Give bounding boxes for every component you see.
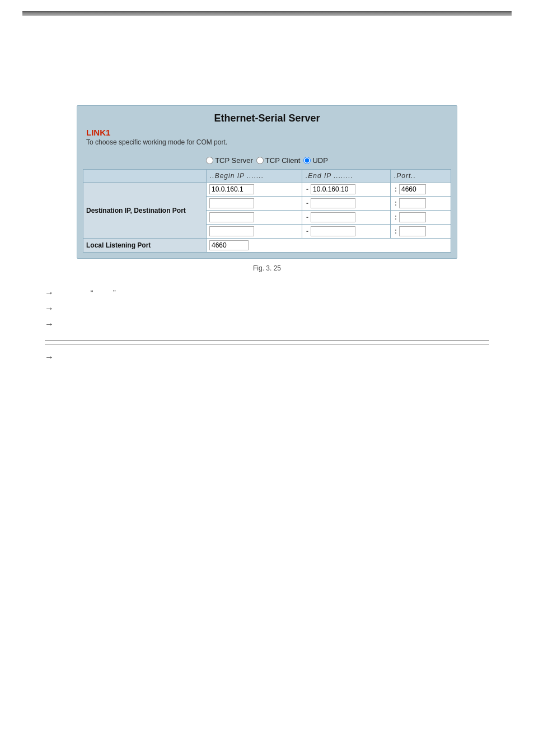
arrow-text-3 (58, 319, 60, 329)
local-port-row: Local Listening Port (83, 239, 451, 253)
end-ip-cell-2: - (302, 197, 390, 211)
port-input-1[interactable] (399, 184, 426, 194)
radio-tcp-server[interactable] (206, 157, 213, 164)
top-bar (22, 11, 512, 16)
port-separator-1: : (394, 185, 398, 193)
begin-ip-cell-2 (207, 197, 302, 211)
arrow-icon-1: → (45, 288, 54, 298)
separator-1: - (305, 185, 310, 193)
port-separator-2: : (394, 199, 398, 207)
port-input-4[interactable] (399, 226, 426, 236)
port-input-3[interactable] (399, 212, 426, 222)
config-table: ..Begin IP ....... .End IP ........ .Por… (83, 169, 451, 253)
begin-ip-cell-4 (207, 225, 302, 239)
radio-tcp-client-label[interactable]: TCP Client (256, 156, 301, 165)
end-ip-input-1[interactable] (311, 184, 355, 194)
card-title: Ethernet-Serial Server (77, 106, 457, 128)
radio-udp[interactable] (303, 157, 311, 164)
radio-tcp-server-text: TCP Server (215, 156, 253, 165)
separator-4: - (305, 227, 310, 235)
port-cell-1: : (391, 183, 451, 197)
empty-header (83, 170, 207, 183)
separator-3: - (305, 213, 310, 221)
arrow-icon-3: → (45, 319, 54, 329)
local-port-label: Local Listening Port (83, 239, 207, 253)
arrows-section-2: → (22, 352, 512, 362)
destination-label: Destination IP, Destination Port (83, 183, 207, 239)
begin-ip-input-2[interactable] (209, 198, 254, 208)
port-separator-4: : (394, 227, 398, 235)
begin-ip-input-3[interactable] (209, 212, 254, 222)
begin-ip-cell-3 (207, 211, 302, 225)
port-input-2[interactable] (399, 198, 426, 208)
underline-2 (45, 344, 489, 344)
port-separator-3: : (394, 213, 398, 221)
port-cell-4: : (391, 225, 451, 239)
arrows-section: → “ ” → → (22, 288, 512, 330)
end-ip-cell-1: - (302, 183, 390, 197)
end-ip-header: .End IP ........ (302, 170, 390, 183)
arrow-icon-4: → (45, 352, 54, 362)
end-ip-input-3[interactable] (311, 212, 355, 222)
begin-ip-input-1[interactable] (209, 184, 254, 194)
begin-ip-cell-1 (207, 183, 302, 197)
arrow-text-1: “ ” (58, 288, 116, 298)
arrow-text-4 (58, 352, 60, 362)
arrow-item-2: → (45, 304, 489, 314)
port-cell-3: : (391, 211, 451, 225)
radio-tcp-client[interactable] (256, 157, 264, 164)
end-ip-cell-3: - (302, 211, 390, 225)
end-ip-cell-4: - (302, 225, 390, 239)
begin-ip-header: ..Begin IP ....... (207, 170, 302, 183)
local-port-cell (207, 239, 451, 253)
arrow-icon-2: → (45, 304, 54, 314)
arrow-item-1: → “ ” (45, 288, 489, 298)
radio-tcp-client-text: TCP Client (265, 156, 301, 165)
main-card: Ethernet-Serial Server LINK1 To choose s… (77, 105, 457, 259)
page-container: Ethernet-Serial Server LINK1 To choose s… (0, 0, 534, 756)
arrow-item-3: → (45, 319, 489, 329)
separator-2: - (305, 199, 310, 207)
port-header: .Port.. (391, 170, 451, 183)
end-ip-input-2[interactable] (311, 198, 355, 208)
fig-caption: Fig. 3. 25 (22, 264, 512, 272)
radio-udp-text: UDP (312, 156, 327, 165)
arrow-item-4: → (45, 352, 489, 362)
table-row: Destination IP, Destination Port - : (83, 183, 451, 197)
underline-1 (45, 340, 489, 340)
radio-tcp-server-label[interactable]: TCP Server (206, 156, 253, 165)
radio-group: TCP Server TCP Client UDP (77, 152, 457, 169)
local-port-input[interactable] (209, 240, 249, 250)
begin-ip-input-4[interactable] (209, 226, 254, 236)
port-cell-2: : (391, 197, 451, 211)
underline-section (45, 340, 489, 344)
table-header-row: ..Begin IP ....... .End IP ........ .Por… (83, 170, 451, 183)
card-link-title: LINK1 (77, 128, 457, 137)
arrow-text-2 (58, 304, 60, 314)
end-ip-input-4[interactable] (311, 226, 355, 236)
radio-udp-label[interactable]: UDP (303, 156, 327, 165)
card-subtitle: To choose specific working mode for COM … (77, 137, 457, 152)
